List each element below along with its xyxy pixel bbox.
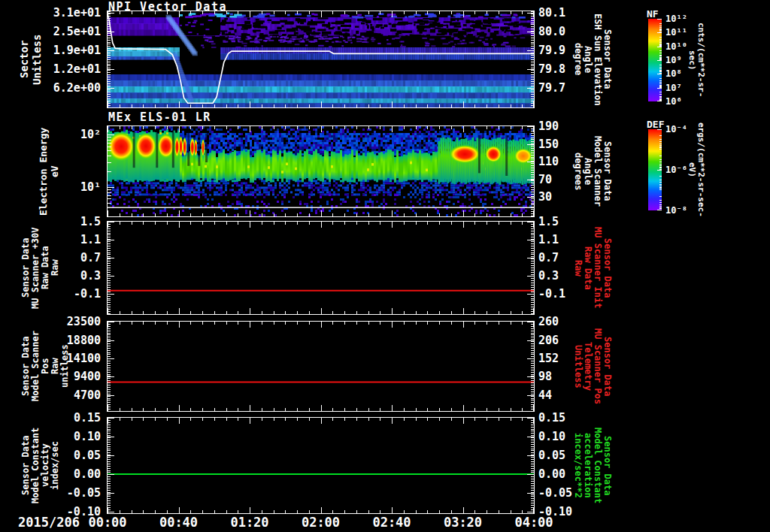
model-scanner-pos-canvas (108, 322, 534, 411)
left-axis-tick-label: 14100 (0, 352, 101, 365)
right-axis-tick-label: 150 (538, 138, 559, 151)
colorbar-tick-label: 10⁸ (665, 68, 682, 79)
left-axis-tick-label: -0.1 (0, 287, 101, 301)
left-axis-tick-label: 1.9e+01 (0, 44, 101, 57)
right-axis-tick-label: 1.5 (538, 215, 559, 228)
x-axis-time-label: 01:20 (230, 514, 269, 530)
npi-spectrogram-panel (107, 11, 535, 108)
left-axis-tick-label: 9400 (0, 370, 101, 383)
right-axis-tick-label: 79.9 (538, 44, 565, 57)
right-axis-tick-label: 1.1 (538, 233, 559, 246)
right-axis-tick-label: 206 (538, 334, 559, 347)
els-panel-title: MEx ELS-01 LR (108, 110, 211, 124)
right-axis-tick-label: 79.7 (538, 81, 565, 95)
left-axis-tick-label: 18800 (0, 334, 101, 347)
colorbar-tick-label: 10⁷ (665, 83, 682, 93)
def-colorbar-title: DEF (647, 119, 664, 130)
nf-colorbar-units: cnts/(cm**2-sr-sec) (687, 15, 705, 105)
right-axis-tick-label: 0.15 (538, 411, 565, 425)
colorbar-tick-label: 10¹¹ (665, 27, 687, 38)
left-axis-tick-label: 10² (0, 128, 101, 141)
left-axis-tick-label: 0.3 (0, 269, 101, 283)
colorbar-tick-label: 10⁻⁴ (665, 124, 687, 135)
left-axis-tick-label: 0.15 (0, 411, 101, 425)
mu-scanner-pos-right-axis-label: Sensor Data MU Scanner Pos Telemetry Uni… (573, 322, 612, 411)
left-axis-tick-label: 0.05 (0, 449, 101, 462)
right-axis-tick-label: 0.7 (538, 251, 559, 264)
model-constant-canvas (108, 418, 534, 513)
left-axis-tick-label: 1.5 (0, 215, 101, 228)
colorbar-tick-label: 10¹² (665, 14, 687, 24)
left-axis-tick-label: 2.5e+01 (0, 25, 101, 38)
right-axis-tick-label: 98 (538, 370, 552, 383)
mu-scanner-30v-canvas (108, 222, 534, 314)
right-axis-tick-label: 110 (538, 155, 559, 168)
npi-spectrogram-canvas (108, 11, 534, 107)
right-axis-tick-label: -0.10 (538, 505, 572, 518)
right-axis-tick-label: 80.1 (538, 6, 565, 20)
def-colorbar (648, 129, 662, 213)
nf-colorbar (648, 19, 662, 104)
right-axis-tick-label: -0.05 (538, 486, 572, 500)
left-axis-tick-label: 0.7 (0, 251, 101, 264)
right-axis-tick-label: 0.10 (538, 430, 565, 443)
x-axis-time-label: 03:20 (444, 514, 483, 530)
right-axis-tick-label: 80.0 (538, 25, 565, 38)
colorbar-tick-label: 10⁻⁸ (665, 205, 687, 216)
colorbar-tick-label: 10⁹ (665, 55, 682, 65)
left-axis-tick-label: -0.10 (0, 505, 101, 518)
left-axis-tick-label: 0.00 (0, 467, 101, 481)
left-axis-tick-label: 6.2e+00 (0, 81, 101, 95)
els-spectrogram-canvas (108, 126, 534, 216)
right-axis-tick-label: 152 (538, 352, 559, 365)
right-axis-tick-label: 0.00 (538, 467, 565, 481)
nf-colorbar-title: NF (647, 8, 659, 20)
scanner-angle-right-axis-label: Sensor Data Model Scanner Angle degrees (573, 126, 612, 216)
colorbar-tick-label: 10¹⁰ (665, 41, 687, 52)
right-axis-tick-label: 44 (538, 388, 552, 402)
left-axis-tick-label: 23500 (0, 315, 101, 328)
right-axis-tick-label: 260 (538, 315, 559, 328)
left-axis-tick-label: 1.1 (0, 233, 101, 246)
acceleration-right-axis-label: Sensor Data Model Constant acceleration … (573, 418, 612, 513)
model-scanner-pos-panel (107, 321, 535, 412)
mu-scanner-init-right-axis-label: Sensor Data MU Scanner Init Raw Data Raw (573, 222, 612, 314)
left-axis-tick-label: -0.05 (0, 486, 101, 500)
right-axis-tick-label: 30 (538, 190, 552, 204)
mu-scanner-30v-panel (107, 221, 535, 315)
x-axis-time-label: 02:00 (302, 514, 341, 530)
els-spectrogram-panel (107, 125, 535, 217)
sddas-plot-page: { "window": {"background": "#000000", "w… (0, 0, 770, 532)
model-constant-panel (107, 417, 535, 514)
right-axis-tick-label: 70 (538, 173, 552, 186)
def-colorbar-gradient (648, 129, 662, 210)
right-axis-tick-label: 0.3 (538, 269, 559, 283)
nf-colorbar-gradient (648, 19, 662, 101)
left-axis-tick-label: 10¹ (0, 180, 101, 194)
sun-elevation-right-axis-label: Sensor Data ESH Sun Elevation Angle degr… (573, 11, 612, 107)
left-axis-tick-label: 4700 (0, 388, 101, 402)
right-axis-tick-label: 0.05 (538, 449, 565, 462)
left-axis-tick-label: 1.2e+01 (0, 62, 101, 76)
left-axis-tick-label: 3.1e+01 (0, 6, 101, 20)
x-axis-time-label: 02:40 (372, 514, 411, 530)
x-axis-time-label: 00:40 (159, 514, 199, 530)
colorbar-tick-label: 10⁻⁶ (665, 165, 687, 175)
left-axis-tick-label: 0.10 (0, 430, 101, 443)
def-colorbar-units: ergs/(cm**2-sr-sec-eV) (687, 119, 705, 221)
right-axis-tick-label: 190 (538, 119, 559, 133)
colorbar-tick-label: 10⁶ (665, 96, 682, 107)
right-axis-tick-label: -0.1 (538, 287, 565, 301)
right-axis-tick-label: 79.8 (538, 62, 565, 76)
